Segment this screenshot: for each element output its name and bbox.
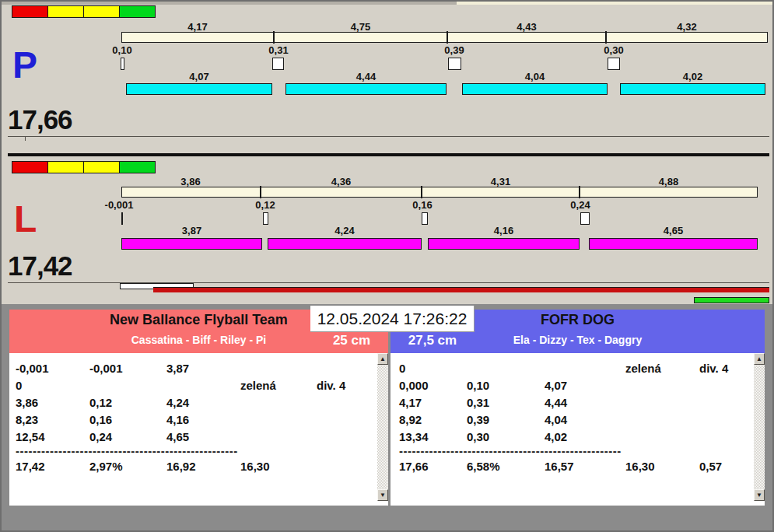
table-totals-row: 17,666,58%16,5716,300,57 bbox=[391, 458, 754, 475]
cell: 4,24 bbox=[166, 394, 240, 411]
progress-bar-red bbox=[153, 287, 769, 292]
cell: zelená bbox=[240, 377, 317, 394]
cell: zelená bbox=[625, 360, 699, 377]
cell: 0,39 bbox=[467, 411, 545, 429]
cell: 12,54 bbox=[16, 429, 89, 446]
split-time-label: 3,86 bbox=[121, 176, 260, 187]
dog-time-bar-p bbox=[462, 83, 608, 95]
dog-time-label: 3,87 bbox=[121, 225, 262, 236]
table-row: 4,170,314,44 bbox=[391, 394, 754, 411]
changeover-label: 0,16 bbox=[395, 199, 450, 211]
split-divider bbox=[273, 31, 275, 44]
clock-display: 12.05.2024 17:26:22 bbox=[310, 306, 475, 332]
dog-time-label: 4,02 bbox=[620, 71, 765, 82]
cell: 6,58% bbox=[467, 458, 545, 475]
changeover-label: 0,31 bbox=[251, 44, 306, 56]
light-yellow-icon bbox=[47, 161, 84, 173]
section-tick bbox=[25, 136, 26, 141]
team-right-panel: FOFR DOG Ela - Dizzy - Tex - Daggry 27,5… bbox=[391, 310, 765, 506]
cell bbox=[166, 377, 240, 394]
section-line bbox=[8, 136, 769, 137]
cell: 0 bbox=[399, 360, 467, 377]
cell: 16,30 bbox=[240, 458, 317, 475]
dog-time-bar-p bbox=[126, 83, 272, 95]
changeover-label: -0,001 bbox=[88, 199, 150, 211]
lane-p-total-time: 17,66 bbox=[8, 104, 72, 135]
cell: 0,31 bbox=[467, 394, 545, 411]
table-row: 13,340,304,02 bbox=[391, 429, 754, 446]
lane-divider bbox=[8, 153, 769, 156]
changeover-label: 0,30 bbox=[587, 44, 641, 56]
changeover-box bbox=[263, 212, 268, 225]
team-right-scrollbar[interactable]: ▲ ▼ bbox=[754, 353, 765, 501]
light-red-icon bbox=[12, 5, 48, 18]
light-yellow-icon bbox=[83, 161, 120, 173]
progress-bar-green bbox=[694, 297, 769, 303]
table-row: 12,540,244,65 bbox=[9, 429, 377, 446]
scroll-down-icon[interactable]: ▼ bbox=[377, 489, 388, 501]
cell: 3,87 bbox=[166, 360, 240, 377]
cell bbox=[317, 458, 377, 475]
cell bbox=[240, 360, 317, 377]
cell bbox=[89, 377, 166, 394]
cell: 0,12 bbox=[89, 394, 166, 411]
cell bbox=[240, 429, 317, 446]
dog-time-bar-l bbox=[428, 238, 580, 250]
split-time-label: 4,31 bbox=[422, 176, 580, 187]
changeover-box bbox=[272, 58, 284, 70]
cell bbox=[699, 394, 754, 411]
cell: 4,65 bbox=[166, 429, 240, 446]
table-separator: ----------------------------------------… bbox=[16, 446, 238, 458]
lane-p-letter: P bbox=[12, 47, 37, 84]
cell bbox=[317, 411, 377, 429]
dog-time-label: 4,07 bbox=[126, 71, 272, 82]
split-bar-p bbox=[121, 32, 768, 43]
cell: 16,30 bbox=[625, 458, 699, 475]
cell: 4,07 bbox=[545, 377, 625, 394]
cell: 0,24 bbox=[89, 429, 166, 446]
changeover-tick bbox=[121, 212, 123, 225]
table-row: 0,0000,104,07 bbox=[391, 377, 754, 394]
cell bbox=[625, 394, 699, 411]
dog-time-label: 4,44 bbox=[285, 71, 447, 82]
cell: div. 4 bbox=[699, 360, 754, 377]
changeover-box bbox=[422, 212, 428, 225]
split-divider bbox=[605, 31, 607, 44]
team-right-jump-height: 27,5 cm bbox=[397, 333, 468, 348]
changeover-box bbox=[580, 212, 590, 225]
cell: 2,97% bbox=[89, 458, 166, 475]
cell bbox=[317, 429, 377, 446]
light-red-icon bbox=[12, 161, 48, 173]
split-bar-l bbox=[121, 187, 758, 198]
cell bbox=[699, 411, 754, 429]
scroll-up-icon[interactable]: ▲ bbox=[377, 353, 388, 365]
team-right-table: 0zelenádiv. 4 0,0000,104,07 4,170,314,44… bbox=[391, 353, 754, 506]
team-left-scrollbar[interactable]: ▲ ▼ bbox=[377, 353, 388, 501]
cell: div. 4 bbox=[317, 377, 377, 394]
cell: 8,23 bbox=[16, 411, 89, 429]
dog-time-bar-p bbox=[620, 83, 765, 95]
scroll-up-icon[interactable]: ▲ bbox=[754, 353, 765, 365]
lane-l-total-time: 17,42 bbox=[8, 250, 72, 282]
cell bbox=[317, 360, 377, 377]
cell bbox=[467, 360, 545, 377]
cell: 0,30 bbox=[467, 429, 545, 446]
team-left-panel: New Ballance Flyball Team Cassatina - Bi… bbox=[9, 310, 388, 506]
cell: 0,000 bbox=[399, 377, 467, 394]
start-lights-l bbox=[12, 161, 155, 173]
cell: 4,16 bbox=[166, 411, 240, 429]
top-edge-strip bbox=[2, 2, 772, 5]
split-divider bbox=[447, 31, 448, 44]
scroll-down-icon[interactable]: ▼ bbox=[754, 489, 765, 501]
cell: 0,57 bbox=[699, 458, 754, 475]
changeover-box bbox=[121, 58, 124, 70]
cell bbox=[240, 411, 317, 429]
dog-time-bar-p bbox=[285, 83, 447, 95]
cell bbox=[625, 377, 699, 394]
team-left-table: -0,001-0,0013,87 0zelenádiv. 4 3,860,124… bbox=[9, 353, 377, 506]
light-yellow-icon bbox=[47, 5, 84, 18]
cell: 0,16 bbox=[89, 411, 166, 429]
split-time-label: 4,43 bbox=[447, 21, 606, 33]
table-row: -0,001-0,0013,87 bbox=[9, 360, 377, 377]
cell: -0,001 bbox=[89, 360, 166, 377]
